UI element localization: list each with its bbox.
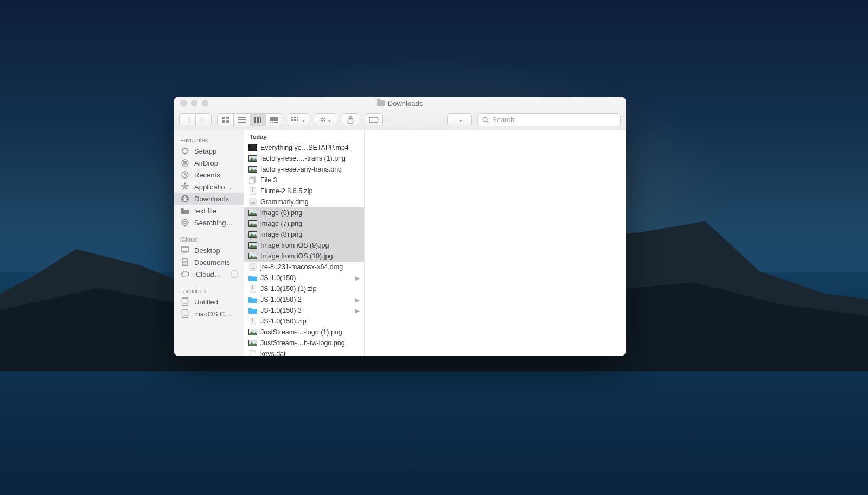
view-list-button[interactable] (233, 113, 250, 126)
sidebar-item-docs[interactable]: Documents (174, 256, 244, 268)
forward-button[interactable]: 〉 (195, 113, 212, 126)
view-gallery-button[interactable] (266, 113, 282, 126)
docs-icon (180, 258, 190, 266)
file-row[interactable]: Flume-2.8.6.5.zip (244, 186, 364, 196)
view-icons-button[interactable] (217, 113, 233, 126)
sidebar-item-disk[interactable]: Untitled (174, 296, 244, 308)
svg-point-88 (251, 255, 252, 256)
svg-rect-90 (251, 268, 255, 269)
file-name: jre-8u231-macosx-x64.dmg (260, 263, 360, 271)
svg-rect-16 (294, 117, 296, 118)
sidebar-item-label: Recents (194, 171, 220, 179)
svg-rect-56 (248, 150, 249, 150)
svg-point-39 (184, 221, 186, 224)
img-file-icon (248, 231, 257, 238)
file-row[interactable]: image (8).png (244, 229, 364, 240)
view-columns-button[interactable] (250, 113, 266, 126)
sidebar-item-apps[interactable]: Applicatio… (174, 181, 244, 193)
svg-line-23 (487, 121, 488, 123)
apps-icon (180, 182, 190, 191)
sidebar-item-recents[interactable]: Recents (174, 169, 244, 181)
zip-file-icon (248, 285, 257, 293)
doc-file-icon (248, 350, 257, 356)
sidebar-item-disk[interactable]: macOS C… (174, 308, 244, 320)
svg-rect-4 (238, 117, 246, 118)
action-button[interactable]: ✲ ⌄ (315, 113, 336, 126)
file-row[interactable]: Image from iOS (10).jpg (244, 251, 364, 262)
svg-rect-10 (270, 117, 278, 121)
file-row[interactable]: JS-1.0(150) (1).zip (244, 283, 364, 294)
svg-rect-44 (181, 247, 189, 252)
sidebar-item-desktop[interactable]: Desktop (174, 244, 244, 256)
svg-point-79 (251, 222, 252, 224)
svg-point-26 (181, 150, 183, 151)
file-name: Flume-2.8.6.5.zip (260, 187, 360, 195)
sidebar-item-setapp[interactable]: Setapp (174, 145, 244, 157)
svg-rect-57 (256, 145, 257, 145)
window-body: FavouritesSetappAirDropRecentsApplicatio… (174, 130, 626, 356)
sidebar-item-folder[interactable]: text file (174, 205, 244, 217)
svg-point-24 (184, 147, 186, 149)
svg-rect-1 (226, 117, 229, 119)
file-row[interactable]: Image from iOS (9).jpg (244, 240, 364, 251)
file-name: JustStream-…b-tw-logo.png (260, 339, 360, 347)
img-file-icon (248, 242, 257, 249)
file-list[interactable]: Everything yo…SETAPP.mp4factory-reset…-t… (244, 142, 364, 356)
arrange-button[interactable]: ⌄ (288, 113, 309, 126)
file-row[interactable]: JS-1.0(150)▶ (244, 272, 364, 283)
file-name: image (8).png (260, 231, 360, 238)
sidebar-item-label: Downloads (194, 195, 229, 203)
file-row[interactable]: JS-1.0(150) 2▶ (244, 294, 364, 305)
svg-point-29 (186, 148, 188, 150)
sidebar[interactable]: FavouritesSetappAirDropRecentsApplicatio… (174, 130, 244, 356)
file-row[interactable]: JustStream-…b-tw-logo.png (244, 338, 364, 348)
sidebar-section-header: Locations (174, 285, 244, 296)
file-row[interactable]: factory-reset-any-trans.png (244, 164, 364, 175)
finder-window[interactable]: Downloads 〈 〉 (174, 97, 626, 356)
file-name: JS-1.0(150) (260, 274, 352, 282)
folder-file-icon (248, 307, 257, 314)
sidebar-item-label: AirDrop (194, 159, 218, 167)
file-row[interactable]: jre-8u231-macosx-x64.dmg (244, 262, 364, 272)
svg-rect-13 (274, 122, 276, 123)
svg-rect-15 (291, 117, 293, 118)
sidebar-item-cloud[interactable]: iCloud… (174, 268, 244, 280)
desktop-icon (180, 246, 190, 255)
expand-icon: ▶ (355, 297, 360, 303)
sidebar-item-gear[interactable]: Searching… (174, 217, 244, 229)
tags-button[interactable] (365, 113, 383, 126)
file-name: factory-reset…-trans (1).png (260, 155, 360, 162)
file-row[interactable]: JS-1.0(150) 3▶ (244, 305, 364, 316)
folder-file-icon (248, 274, 257, 282)
file-column[interactable]: Today Everything yo…SETAPP.mp4factory-re… (244, 130, 365, 356)
file-name: factory-reset-any-trans.png (260, 166, 360, 173)
share-icon (347, 116, 354, 124)
tag-icon (369, 117, 379, 123)
file-row[interactable]: JustStream-…-logo (1).png (244, 327, 364, 338)
search-field[interactable]: Search (477, 113, 621, 126)
folder-icon (377, 100, 385, 106)
back-button[interactable]: 〈 (179, 113, 195, 126)
file-row[interactable]: factory-reset…-trans (1).png (244, 153, 364, 164)
svg-rect-2 (222, 120, 225, 123)
file-row[interactable]: File 3 (244, 175, 364, 186)
folder-file-icon (248, 296, 257, 303)
file-row[interactable]: image (7).png (244, 218, 364, 229)
file-row[interactable]: JS-1.0(150).zip (244, 316, 364, 327)
svg-point-22 (483, 117, 487, 122)
svg-rect-47 (183, 303, 187, 304)
svg-point-82 (251, 233, 252, 234)
img-file-icon (248, 252, 257, 260)
view-switcher[interactable] (217, 113, 282, 126)
file-row[interactable]: Grammarly.dmg (244, 196, 364, 207)
sidebar-item-airdrop[interactable]: AirDrop (174, 157, 244, 169)
list-icon (238, 117, 246, 123)
file-row[interactable]: keys.dat (244, 348, 364, 356)
sidebar-item-label: Searching… (194, 219, 233, 227)
chevron-down-icon: ⌄ (301, 117, 305, 123)
sidebar-item-downloads[interactable]: Downloads (174, 193, 244, 205)
share-button[interactable] (342, 113, 359, 126)
file-row[interactable]: Everything yo…SETAPP.mp4 (244, 142, 364, 153)
file-row[interactable]: image (6).png (244, 207, 364, 218)
path-dropdown[interactable]: ⌄ (447, 113, 472, 126)
